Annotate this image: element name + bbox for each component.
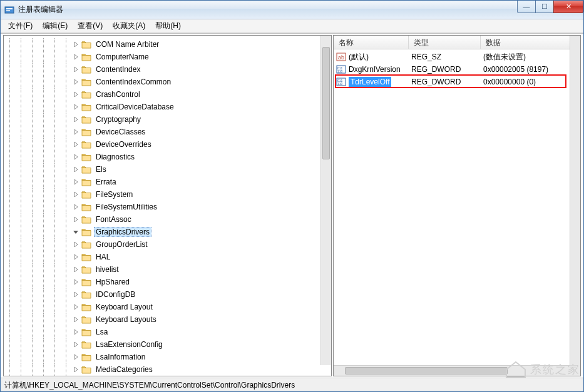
tree-pane[interactable]: COM Name ArbiterComputerNameContentIndex… xyxy=(3,35,332,376)
expander-icon[interactable] xyxy=(71,265,80,274)
menu-help[interactable]: 帮助(H) xyxy=(150,19,186,33)
tree-node[interactable]: Diagnostics xyxy=(4,151,331,163)
values-pane[interactable]: 名称 类型 数据 ab(默认)REG_SZ(数值未设置)011110DxgKrn… xyxy=(333,35,581,376)
menu-edit[interactable]: 编辑(E) xyxy=(38,19,73,33)
tree-node[interactable]: FileSystemUtilities xyxy=(4,201,331,213)
close-button[interactable]: ✕ xyxy=(553,1,583,13)
values-horizontal-scrollbar[interactable] xyxy=(334,365,570,376)
folder-icon xyxy=(81,278,91,286)
expander-icon[interactable] xyxy=(71,240,80,249)
tree-node[interactable]: CrashControl xyxy=(4,88,331,101)
tree-node[interactable]: FontAssoc xyxy=(4,213,331,226)
tree-node[interactable]: ContentIndexCommon xyxy=(4,76,331,88)
tree-node[interactable]: FileSystem xyxy=(4,188,331,201)
expander-icon[interactable] xyxy=(71,253,80,261)
expander-icon[interactable] xyxy=(71,315,80,324)
tree-node[interactable]: LsaInformation xyxy=(4,351,331,363)
expander-icon[interactable] xyxy=(71,53,80,61)
scrollbar-thumb[interactable] xyxy=(322,47,330,159)
tree-node[interactable]: ContentIndex xyxy=(4,63,331,76)
column-header-name[interactable]: 名称 xyxy=(334,36,409,49)
expander-icon[interactable] xyxy=(71,178,80,186)
menu-view[interactable]: 查看(V) xyxy=(73,19,108,33)
expander-icon[interactable] xyxy=(71,340,80,349)
folder-icon xyxy=(81,253,91,261)
value-type: REG_DWORD xyxy=(411,78,483,86)
tree-node[interactable]: IDConfigDB xyxy=(4,288,331,301)
tree-node-label: Keyboard Layout xyxy=(94,302,155,312)
tree-node-label: Els xyxy=(94,164,108,174)
tree-node-label: ComputerName xyxy=(94,52,151,62)
tree-node[interactable]: Cryptography xyxy=(4,113,331,126)
folder-icon xyxy=(81,215,91,224)
value-row[interactable]: 011110TdrLevelOffREG_DWORD0x00000000 (0) xyxy=(334,76,580,88)
minimize-button[interactable]: — xyxy=(517,1,536,13)
expander-icon[interactable] xyxy=(71,190,80,199)
expander-icon[interactable] xyxy=(71,115,80,124)
folder-icon xyxy=(81,365,91,374)
expander-icon[interactable] xyxy=(71,353,80,361)
folder-icon xyxy=(81,115,91,124)
tree-node[interactable]: Lsa xyxy=(4,326,331,338)
tree-node[interactable]: Keyboard Layout xyxy=(4,301,331,313)
expander-icon[interactable] xyxy=(71,140,80,149)
tree-node[interactable]: GraphicsDrivers xyxy=(4,226,331,238)
column-header-data[interactable]: 数据 xyxy=(481,36,580,49)
tree-node-label: ContentIndex xyxy=(94,64,142,74)
tree-node-label: DeviceClasses xyxy=(94,127,147,137)
tree-node[interactable]: Keyboard Layouts xyxy=(4,313,331,326)
value-row[interactable]: 011110DxgKrnlVersionREG_DWORD0x00002005 … xyxy=(334,63,580,76)
titlebar[interactable]: 注册表编辑器 — ☐ ✕ xyxy=(1,1,583,19)
expander-icon[interactable] xyxy=(71,165,80,174)
tree-node-label: IDConfigDB xyxy=(94,289,137,299)
scroll-corner xyxy=(570,365,580,376)
expander-icon[interactable] xyxy=(71,153,80,161)
tree-node[interactable]: hivelist xyxy=(4,263,331,276)
expander-icon[interactable] xyxy=(71,203,80,211)
value-name: TdrLevelOff xyxy=(349,77,391,87)
menu-file[interactable]: 文件(F) xyxy=(3,19,38,33)
expander-icon[interactable] xyxy=(71,40,80,49)
tree-node[interactable]: DeviceClasses xyxy=(4,126,331,138)
value-data: 0x00002005 (8197) xyxy=(483,65,580,74)
window-frame: 注册表编辑器 — ☐ ✕ 文件(F) 编辑(E) 查看(V) 收藏夹(A) 帮助… xyxy=(0,0,584,392)
window-title: 注册表编辑器 xyxy=(18,4,63,15)
values-vertical-scrollbar[interactable] xyxy=(570,36,580,365)
tree-node[interactable]: MediaCategories xyxy=(4,363,331,376)
value-name: DxgKrnlVersion xyxy=(349,65,411,74)
tree-node[interactable]: COM Name Arbiter xyxy=(4,38,331,51)
tree-vertical-scrollbar[interactable] xyxy=(320,36,331,365)
expander-icon[interactable] xyxy=(71,128,80,136)
expander-icon[interactable] xyxy=(71,215,80,224)
tree-node[interactable]: LsaExtensionConfig xyxy=(4,338,331,351)
value-row[interactable]: ab(默认)REG_SZ(数值未设置) xyxy=(334,51,580,63)
expander-icon[interactable] xyxy=(71,65,80,74)
maximize-button[interactable]: ☐ xyxy=(535,1,554,13)
tree-node[interactable]: GroupOrderList xyxy=(4,238,331,251)
tree-node[interactable]: HpShared xyxy=(4,276,331,288)
tree-node[interactable]: ComputerName xyxy=(4,51,331,63)
expander-icon[interactable] xyxy=(71,90,80,99)
expander-icon[interactable] xyxy=(71,303,80,311)
folder-icon xyxy=(81,128,91,136)
tree-node[interactable]: DeviceOverrides xyxy=(4,138,331,151)
value-data: 0x00000000 (0) xyxy=(483,78,580,86)
expander-icon[interactable] xyxy=(71,290,80,299)
string-value-icon: ab xyxy=(336,52,346,62)
tree-node[interactable]: Errata xyxy=(4,176,331,188)
tree-node-label: DeviceOverrides xyxy=(94,139,153,149)
expander-icon[interactable] xyxy=(71,78,80,86)
expander-icon[interactable] xyxy=(71,228,80,236)
expander-icon[interactable] xyxy=(71,365,80,374)
window-controls: — ☐ ✕ xyxy=(518,1,583,13)
expander-icon[interactable] xyxy=(71,278,80,286)
expander-icon[interactable] xyxy=(71,328,80,336)
column-header-type[interactable]: 类型 xyxy=(409,36,481,49)
tree-node[interactable]: Els xyxy=(4,163,331,176)
tree-node[interactable]: CriticalDeviceDatabase xyxy=(4,101,331,113)
menu-favorites[interactable]: 收藏夹(A) xyxy=(108,19,150,33)
expander-icon[interactable] xyxy=(71,103,80,111)
tree-node[interactable]: HAL xyxy=(4,251,331,263)
scrollbar-thumb[interactable] xyxy=(345,367,508,374)
folder-icon xyxy=(81,78,91,86)
